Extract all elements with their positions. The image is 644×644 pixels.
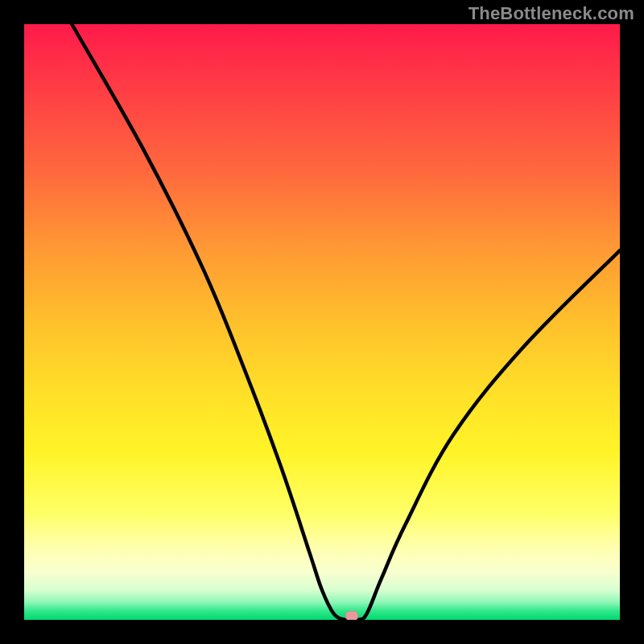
plot-area — [24, 24, 620, 620]
chart-frame: TheBottleneck.com — [0, 0, 644, 644]
watermark-text: TheBottleneck.com — [469, 3, 634, 24]
bottleneck-curve — [24, 24, 620, 620]
optimum-marker — [345, 611, 358, 620]
curve-path — [72, 24, 620, 620]
